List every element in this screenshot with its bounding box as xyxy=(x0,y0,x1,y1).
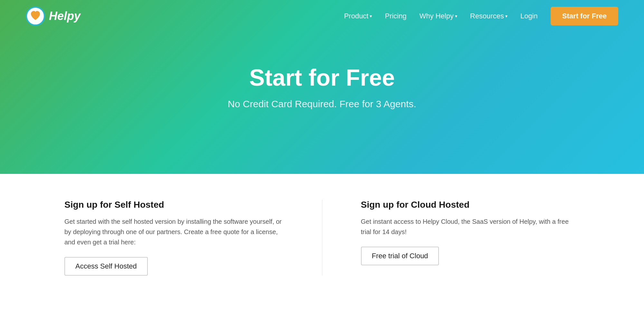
logo[interactable]: Helpy xyxy=(26,6,80,26)
nav-pricing[interactable]: Pricing xyxy=(385,12,406,20)
cloud-hosted-box: Sign up for Cloud Hosted Get instant acc… xyxy=(361,200,580,276)
nav-login[interactable]: Login xyxy=(520,12,538,20)
resources-chevron-icon: ▾ xyxy=(505,14,507,19)
nav-product[interactable]: Product ▾ xyxy=(344,12,372,20)
start-for-free-header-button[interactable]: Start for Free xyxy=(551,7,618,25)
free-trial-cloud-button[interactable]: Free trial of Cloud xyxy=(361,247,439,265)
hero-subtitle: No Credit Card Required. Free for 3 Agen… xyxy=(228,99,416,109)
self-hosted-box: Sign up for Self Hosted Get started with… xyxy=(64,200,283,276)
main-nav: Product ▾ Pricing Why Helpy ▾ Resources … xyxy=(344,7,618,25)
product-chevron-icon: ▾ xyxy=(370,14,372,19)
self-hosted-description: Get started with the self hosted version… xyxy=(64,216,283,247)
cloud-hosted-description: Get instant access to Helpy Cloud, the S… xyxy=(361,216,580,237)
section-divider xyxy=(322,200,322,276)
logo-text: Helpy xyxy=(49,9,80,23)
header: Helpy Product ▾ Pricing Why Helpy ▾ Reso… xyxy=(0,0,644,32)
nav-resources[interactable]: Resources ▾ xyxy=(470,12,507,20)
content-section: Sign up for Self Hosted Get started with… xyxy=(0,174,644,301)
why-helpy-chevron-icon: ▾ xyxy=(455,14,457,19)
self-hosted-title: Sign up for Self Hosted xyxy=(64,200,283,210)
access-self-hosted-button[interactable]: Access Self Hosted xyxy=(64,257,148,276)
cloud-hosted-title: Sign up for Cloud Hosted xyxy=(361,200,580,210)
logo-icon xyxy=(26,6,45,26)
nav-why-helpy[interactable]: Why Helpy ▾ xyxy=(419,12,457,20)
hero-title: Start for Free xyxy=(249,64,395,91)
